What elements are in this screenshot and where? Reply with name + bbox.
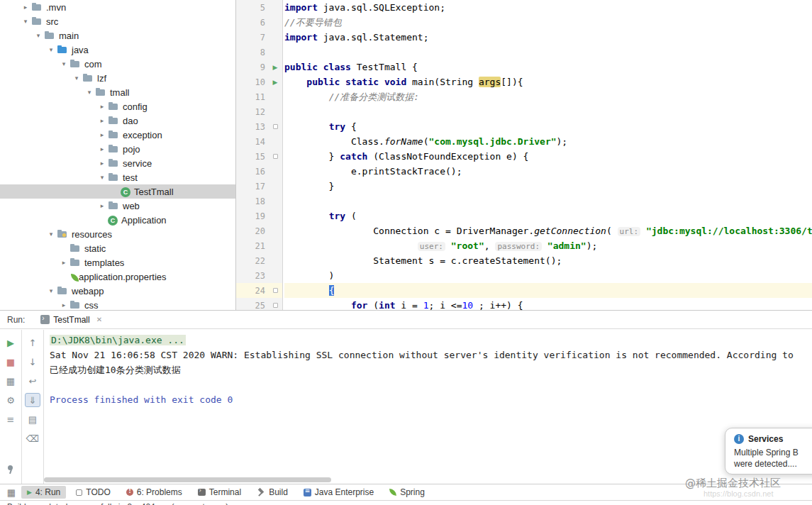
tree-item-Application[interactable]: CApplication (0, 213, 235, 227)
code-line[interactable]: Statement s = c.createStatement(); (284, 253, 812, 268)
clear-all-button[interactable]: ⌫ (25, 431, 40, 445)
tree-item-exception[interactable]: ▸exception (0, 128, 235, 142)
toolwindow-switcher-icon[interactable] (4, 487, 18, 498)
chevron-right-icon[interactable]: ▸ (96, 117, 108, 124)
chevron-down-icon[interactable]: ▾ (45, 287, 57, 294)
chevron-down-icon[interactable]: ▾ (20, 18, 31, 25)
code-line[interactable]: e.printStackTrace(); (284, 164, 812, 179)
code-line[interactable]: import java.sql.Statement; (284, 30, 812, 45)
tree-item-.mvn[interactable]: ▸.mvn (0, 0, 235, 14)
toolwindow-button-6-problems[interactable]: 6: Problems (121, 486, 188, 499)
editor-code[interactable]: import java.sql.SQLException;//不要导错包impo… (283, 0, 812, 310)
chevron-down-icon[interactable]: ▾ (71, 74, 82, 82)
chevron-right-icon[interactable]: ▸ (96, 202, 108, 209)
settings-button[interactable]: ⚙ (3, 393, 18, 407)
chevron-right-icon[interactable]: ▸ (20, 4, 31, 11)
tree-item-application.properties[interactable]: application.properties (0, 270, 235, 284)
code-line[interactable]: //不要导错包 (284, 15, 812, 30)
chevron-right-icon[interactable]: ▸ (96, 103, 108, 110)
toolwindow-button-build[interactable]: Build (251, 486, 294, 499)
tree-item-pojo[interactable]: ▸pojo (0, 142, 235, 156)
chevron-right-icon[interactable]: ▸ (58, 301, 69, 309)
console-line[interactable]: Sat Nov 21 16:06:58 CST 2020 WARN: Estab… (50, 348, 812, 362)
tree-item-TestTmall[interactable]: CTestTmall (0, 184, 235, 199)
code-line[interactable]: public class TestTmall { (284, 60, 812, 74)
chevron-down-icon[interactable]: ▾ (45, 46, 57, 53)
console-line[interactable]: 已经成功创建10条分类测试数据 (50, 362, 812, 377)
tree-item-main[interactable]: ▾main (0, 28, 235, 43)
run-line-icon[interactable]: ▶ (268, 74, 282, 89)
pin-button[interactable] (3, 462, 18, 477)
project-tree[interactable]: ▸.mvn▾src▾main▾java▾com▾lzf▾tmall▸config… (0, 0, 236, 310)
code-line[interactable]: Class.forName("com.mysql.jdbc.Driver"); (284, 134, 812, 149)
tree-item-web[interactable]: ▸web (0, 199, 235, 213)
toolwindow-button-spring[interactable]: Spring (384, 486, 430, 499)
code-line[interactable]: for (int i = 1; i <=10 ; i++) { (284, 298, 812, 310)
run-line-icon[interactable]: ▶ (268, 60, 282, 74)
code-line[interactable] (284, 194, 812, 209)
run-label: Run: (7, 315, 25, 325)
down-stack-trace-button[interactable]: ↓ (25, 355, 40, 369)
code-line[interactable]: { (284, 283, 812, 298)
code-line[interactable]: } (284, 179, 812, 194)
chevron-down-icon[interactable]: ▾ (58, 60, 69, 67)
tree-item-lzf[interactable]: ▾lzf (0, 71, 235, 85)
soft-wrap-button[interactable]: ↩ (25, 374, 40, 388)
run-tab-testtmall[interactable]: TestTmall (35, 313, 108, 327)
code-line[interactable]: try ( (284, 209, 812, 223)
console-line[interactable]: D:\JDK8\bin\java.exe ... (50, 333, 812, 348)
tree-item-resources[interactable]: ▾resources (0, 227, 235, 241)
code-line[interactable]: ) (284, 268, 812, 283)
code-line[interactable] (284, 45, 812, 60)
toolwindow-button-todo[interactable]: TODO (70, 486, 116, 499)
tree-item-dao[interactable]: ▸dao (0, 113, 235, 128)
code-line[interactable]: } catch (ClassNotFoundException e) { (284, 149, 812, 164)
tree-item-tmall[interactable]: ▾tmall (0, 85, 235, 99)
code-line[interactable]: public static void main(String args[]){ (284, 74, 812, 89)
chevron-right-icon[interactable]: ▸ (96, 160, 108, 167)
chevron-down-icon[interactable]: ▾ (45, 231, 57, 238)
tree-item-test[interactable]: ▾test (0, 170, 235, 184)
console-output[interactable]: D:\JDK8\bin\java.exe ...Sat Nov 21 16:06… (44, 330, 812, 484)
tree-item-java[interactable]: ▾java (0, 43, 235, 57)
restore-layout-button[interactable]: ▦ (3, 374, 18, 388)
console-line[interactable] (50, 377, 812, 392)
fold-marker-icon[interactable] (273, 124, 278, 129)
code-line[interactable]: import java.sql.SQLException; (284, 0, 812, 15)
code-line[interactable]: Connection c = DriverManager.getConnecti… (284, 223, 812, 238)
chevron-down-icon[interactable]: ▾ (33, 32, 44, 39)
console-line[interactable]: Process finished with exit code 0 (50, 392, 812, 407)
toolwindow-button-4-run[interactable]: ▶4: Run (21, 486, 66, 499)
services-notification[interactable]: i Services Multiple Spring B were detect… (725, 428, 812, 475)
toolwindow-button-terminal[interactable]: Terminal (192, 486, 247, 499)
tree-item-templates[interactable]: ▸templates (0, 255, 235, 270)
tree-item-com[interactable]: ▾com (0, 57, 235, 71)
chevron-down-icon[interactable]: ▾ (84, 89, 95, 96)
code-line[interactable] (284, 104, 812, 119)
chevron-right-icon[interactable]: ▸ (96, 145, 108, 152)
tree-item-service[interactable]: ▸service (0, 156, 235, 170)
rerun-button[interactable]: ▶ (3, 335, 18, 350)
code-line[interactable]: user: "root", password: "admin"); (284, 238, 812, 253)
console-h-scrollbar[interactable] (44, 477, 331, 482)
print-button[interactable]: ▤ (25, 412, 40, 426)
stop-button[interactable]: ■ (3, 355, 18, 369)
dump-threads-button[interactable]: ≡ (3, 412, 18, 426)
code-line[interactable]: //准备分类测试数据: (284, 89, 812, 104)
fold-marker-icon[interactable] (273, 154, 278, 159)
chevron-down-icon[interactable]: ▾ (96, 174, 108, 181)
close-tab-icon[interactable] (96, 316, 102, 323)
tree-item-static[interactable]: static (0, 241, 235, 255)
tree-item-src[interactable]: ▾src (0, 14, 235, 28)
tree-item-webapp[interactable]: ▾webapp (0, 284, 235, 298)
chevron-right-icon[interactable]: ▸ (96, 131, 108, 138)
tree-item-config[interactable]: ▸config (0, 99, 235, 113)
tree-item-css[interactable]: ▸css (0, 298, 235, 310)
toolwindow-button-java-enterprise[interactable]: Java Enterprise (298, 486, 379, 499)
fold-marker-icon[interactable] (273, 288, 278, 293)
scroll-to-end-button[interactable]: ⇓ (25, 393, 40, 407)
chevron-right-icon[interactable]: ▸ (58, 259, 69, 266)
up-stack-trace-button[interactable]: ↑ (25, 335, 40, 350)
fold-marker-icon[interactable] (273, 303, 278, 308)
code-line[interactable]: try { (284, 119, 812, 134)
